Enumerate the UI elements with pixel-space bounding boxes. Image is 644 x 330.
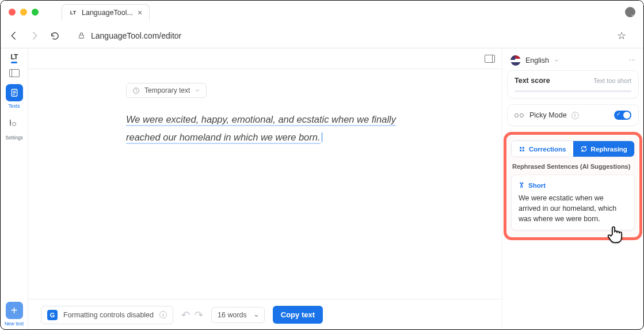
copy-text-button[interactable]: Copy text: [273, 306, 323, 324]
editor-text[interactable]: We were excited, happy, emotional, and e…: [126, 111, 402, 146]
reload-button[interactable]: [50, 31, 63, 41]
text-score-bar: [515, 90, 631, 92]
text-score-title: Text score: [515, 77, 550, 85]
picky-mode-toggle[interactable]: [614, 111, 631, 120]
svg-rect-5: [520, 149, 521, 151]
tab-close-button[interactable]: ×: [138, 8, 142, 17]
undo-button[interactable]: ↶: [181, 309, 190, 321]
word-count-selector[interactable]: 16 words: [211, 307, 265, 323]
sidebar-item-settings[interactable]: Settings: [1, 116, 28, 141]
tab-title: LanguageTool...: [82, 9, 133, 17]
scissor-icon: ✂: [517, 182, 526, 188]
chevron-down-icon: [195, 88, 200, 93]
info-icon[interactable]: i: [571, 112, 579, 119]
tab-corrections-label: Corrections: [529, 146, 566, 153]
window-minimize-button[interactable]: [20, 9, 27, 16]
text-score-card: Text score Text too short: [507, 70, 639, 98]
formatting-badge-icon: G: [47, 310, 58, 320]
title-bar: LT LanguageTool... ×: [1, 1, 643, 24]
left-panel-toggle-icon[interactable]: [9, 69, 20, 77]
window-maximize-button[interactable]: [32, 9, 39, 16]
corrections-icon: [519, 146, 525, 152]
new-text-button[interactable]: + New text: [1, 302, 28, 327]
more-options-button[interactable]: ⋮: [629, 57, 635, 64]
editor-bottom-bar: G Formatting controls disabled i ↶ ↷ 16 …: [28, 299, 502, 330]
svg-rect-0: [79, 35, 84, 38]
refresh-icon: [580, 145, 588, 153]
undo-redo-group: ↶ ↷: [181, 309, 203, 321]
redo-button[interactable]: ↷: [195, 309, 203, 321]
editor-column: Temporary text We were excited, happy, e…: [28, 48, 502, 330]
text-score-status: Text too short: [593, 77, 631, 84]
document-title-label: Temporary text: [144, 86, 190, 94]
editor-topbar: [28, 48, 502, 69]
app-logo[interactable]: LT: [11, 53, 18, 61]
rephrasing-panel-highlight: Corrections Rephrasing Rephrased Sentenc…: [504, 132, 642, 240]
flag-icon: [510, 55, 521, 66]
back-button[interactable]: [9, 31, 21, 41]
browser-tab[interactable]: LT LanguageTool... ×: [62, 4, 150, 21]
browser-profile-button[interactable]: [625, 7, 635, 17]
suggestion-text: We were ecstatic when we arrived in our …: [519, 193, 627, 224]
editor-sentence-highlight: We were excited, happy, emotional, and e…: [126, 114, 396, 144]
bookmark-button[interactable]: ☆: [617, 29, 628, 42]
rephrase-section-heading: Rephrased Sentences (AI Suggestions): [512, 163, 634, 170]
plus-icon: +: [6, 302, 23, 319]
sidebar-item-texts[interactable]: Texts: [1, 84, 28, 109]
browser-chrome: LT LanguageTool... × LanguageTool.com/ed…: [1, 1, 643, 48]
sidebar-item-label: Texts: [9, 103, 20, 109]
sidebar-item-label: Settings: [5, 135, 23, 141]
copy-button-label: Copy text: [281, 310, 315, 319]
tab-corrections[interactable]: Corrections: [512, 141, 573, 157]
window-controls: [9, 9, 39, 16]
formatting-status-label: Formatting controls disabled: [63, 311, 154, 319]
info-icon[interactable]: i: [159, 311, 167, 318]
tab-favicon: LT: [69, 9, 77, 17]
tab-rephrasing-label: Rephrasing: [591, 146, 627, 153]
language-label: English: [525, 56, 549, 65]
document-title-selector[interactable]: Temporary text: [126, 83, 207, 98]
svg-rect-6: [523, 149, 524, 151]
gear-icon: [10, 120, 19, 129]
picky-mode-card: Picky Mode i: [507, 104, 639, 126]
address-bar[interactable]: LanguageTool.com/editor ☆: [71, 26, 635, 45]
text-caret: [322, 132, 322, 143]
formatting-status[interactable]: G Formatting controls disabled i: [41, 306, 173, 324]
url-text: LanguageTool.com/editor: [91, 31, 181, 40]
document-icon: [10, 88, 19, 97]
tab-rephrasing[interactable]: Rephrasing: [573, 141, 635, 157]
language-selector[interactable]: English ⋮: [507, 53, 639, 70]
editor-area[interactable]: Temporary text We were excited, happy, e…: [28, 69, 502, 299]
svg-rect-3: [520, 147, 521, 149]
svg-rect-4: [523, 147, 524, 149]
right-panel-toggle-icon[interactable]: [485, 55, 495, 63]
rephrase-suggestion[interactable]: ✂ Short We were ecstatic when we arrived…: [511, 175, 635, 230]
lock-icon: [78, 32, 85, 40]
forward-button[interactable]: [29, 31, 42, 41]
window-close-button[interactable]: [9, 9, 16, 16]
app-body: LT Texts Settings + New text Te: [1, 48, 643, 330]
chevron-down-icon: [554, 58, 559, 63]
suggestion-tag: ✂ Short: [519, 181, 627, 189]
picky-mode-label: Picky Mode: [529, 111, 567, 119]
suggestion-tag-label: Short: [528, 182, 546, 189]
word-count-label: 16 words: [218, 311, 247, 319]
address-bar-row: LanguageTool.com/editor ☆: [1, 24, 643, 48]
left-sidebar: LT Texts Settings + New text: [1, 48, 28, 330]
suggestions-tab-switch: Corrections Rephrasing: [511, 141, 635, 157]
right-sidebar: English ⋮ Text score Text too short Pick…: [502, 48, 643, 330]
new-text-label: New text: [5, 321, 24, 327]
glasses-icon: [515, 112, 525, 118]
clock-icon: [132, 87, 140, 94]
